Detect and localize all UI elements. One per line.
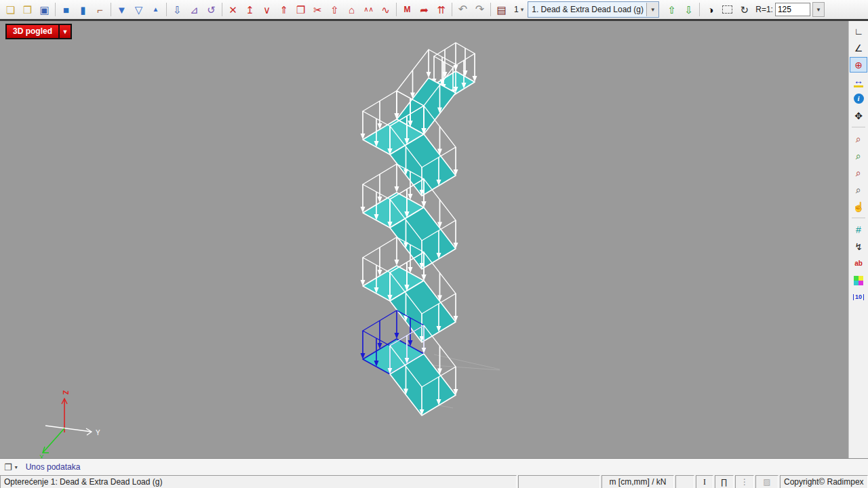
lift-load-icon: ⇧: [330, 5, 339, 15]
toolbar-left-group: ❏❒▣■▮⌐▼▽▲⇩⊿↺✕↥∨⇑❐✂⇧⌂∧∧∿M➦⇈↶↷▤: [2, 1, 510, 18]
block-load-icon: ⇑: [279, 5, 288, 15]
command-windows-icon[interactable]: ❐: [4, 462, 12, 472]
fixed-support-button[interactable]: ▼: [113, 1, 130, 18]
axis-y-label: Y: [96, 429, 100, 436]
beam-button[interactable]: ⌐: [92, 1, 108, 18]
roof-load-button[interactable]: ⌂: [343, 1, 360, 18]
pan-button[interactable]: ☝: [850, 199, 867, 214]
text-labels-button[interactable]: ab: [850, 256, 867, 271]
block-load-button[interactable]: ⇑: [275, 1, 292, 18]
dimension-lines-button[interactable]: 10: [850, 289, 867, 305]
zoom-window-icon: ⌕: [856, 185, 861, 195]
scale-caret-icon[interactable]: ▼: [812, 2, 825, 17]
polyline-select-button[interactable]: ↯: [850, 239, 867, 254]
measure-distance-button[interactable]: ↔: [850, 74, 867, 89]
raise-load-button[interactable]: ↥: [241, 1, 258, 18]
zoom-extents-icon: ⌕: [856, 134, 861, 144]
roof-load-icon: ⌂: [349, 5, 355, 15]
status-message-cell: Opterećenje 1: Dead & Extra Dead Load (g…: [0, 475, 517, 488]
copy-to-level-button[interactable]: ➦: [416, 1, 433, 18]
delete-load-button[interactable]: ✕: [224, 1, 241, 18]
selection-window-icon: [722, 5, 732, 14]
insert-load-icon: ∨: [263, 5, 271, 15]
axis-x-label: X: [39, 454, 44, 458]
move-view-button[interactable]: ✥: [850, 108, 867, 123]
cut-load-button[interactable]: ✂: [309, 1, 326, 18]
view-tab-caret-icon[interactable]: ▼: [58, 25, 71, 38]
rotate-view-button[interactable]: ↻: [736, 1, 753, 18]
selection-window-button[interactable]: [719, 1, 736, 18]
status-message: Opterećenje 1: Dead & Extra Dead Load (g…: [4, 477, 162, 487]
redo-button[interactable]: ↷: [471, 1, 488, 18]
prev-load-case-button[interactable]: ⇧: [663, 1, 680, 18]
roller-support-button[interactable]: ▲: [147, 1, 164, 18]
units-cell[interactable]: m [cm,mm] / kN: [601, 475, 674, 488]
zigzag-load-icon: ∿: [381, 5, 390, 15]
info-button[interactable]: i: [850, 91, 867, 106]
sidebar-separator: [852, 218, 865, 218]
command-bar: ❐ ▾ Unos podataka: [0, 458, 868, 475]
zoom-window-button[interactable]: ⌕: [850, 182, 867, 197]
level-widget[interactable]: 1 ▾: [514, 5, 524, 14]
zoom-out-icon: ⌕: [856, 168, 861, 178]
scene-svg[interactable]: ZYX: [0, 21, 848, 458]
fixed-support-icon: ▼: [117, 5, 127, 15]
rotate-load-button[interactable]: ↺: [203, 1, 220, 18]
open-folder-button[interactable]: ❒: [19, 1, 36, 18]
copy-to-level-icon: ➦: [420, 5, 429, 15]
axis-x: [43, 428, 64, 453]
load-case-caret-icon[interactable]: ▼: [646, 3, 658, 16]
measure-distance-icon: ↔: [854, 76, 863, 87]
hatch-mode-cell[interactable]: ▨: [755, 475, 778, 488]
load-case-dropdown[interactable]: 1. Dead & Extra Dead Load (g) ▼: [528, 1, 659, 18]
tables-button[interactable]: ▤: [493, 1, 510, 18]
status-spacer-cell: [518, 475, 600, 488]
toolbar-right-group: ⇧⇩◑↻: [663, 1, 753, 18]
text-labels-icon: ab: [854, 260, 863, 267]
save-button[interactable]: ▣: [36, 1, 53, 18]
command-caret-icon[interactable]: ▾: [15, 464, 18, 470]
new-file-button[interactable]: ❏: [2, 1, 19, 18]
status-bar: Opterećenje 1: Dead & Extra Dead Load (g…: [0, 475, 868, 488]
hatch-mode-icon: ▨: [763, 477, 770, 487]
surface-load-button[interactable]: ⇩: [169, 1, 186, 18]
entity-select-button[interactable]: ⊕: [850, 57, 867, 73]
angle-measure-button[interactable]: ∠: [850, 40, 867, 56]
contrast-button[interactable]: ◑: [702, 1, 719, 18]
copy-load-button[interactable]: ❐: [292, 1, 309, 18]
angle-measure-icon: ∠: [854, 43, 863, 53]
zigzag-load-button[interactable]: ∿: [377, 1, 394, 18]
model-canvas[interactable]: 3D pogled ▼ ZYX: [0, 21, 848, 458]
multi-level-load-button[interactable]: ⇈: [433, 1, 450, 18]
blank-cell: [675, 475, 694, 488]
axis-y: [45, 426, 92, 432]
undo-button[interactable]: ↶: [454, 1, 471, 18]
numbering-icon: #: [856, 225, 861, 235]
moment-load-button[interactable]: M: [399, 1, 416, 18]
double-roof-load-button[interactable]: ∧∧: [360, 1, 377, 18]
beam-mode-cell[interactable]: I: [696, 475, 713, 488]
pinned-support-button[interactable]: ▽: [130, 1, 147, 18]
insert-load-button[interactable]: ∨: [258, 1, 275, 18]
section-mode-cell[interactable]: ∏: [715, 475, 734, 488]
level-caret-icon[interactable]: ▾: [521, 6, 524, 13]
coord-system-button[interactable]: ∟: [850, 23, 867, 39]
zoom-out-button[interactable]: ⌕: [850, 165, 867, 180]
move-view-icon: ✥: [854, 111, 863, 121]
load-arrow-head: [395, 333, 399, 339]
scale-input[interactable]: [775, 3, 810, 16]
view-tab[interactable]: 3D pogled ▼: [5, 24, 72, 39]
numbering-button[interactable]: #: [850, 222, 867, 237]
plate-button[interactable]: ■: [58, 1, 75, 18]
redo-icon: ↷: [475, 4, 484, 15]
dots-mode-cell[interactable]: ⋮: [735, 475, 754, 488]
lift-load-button[interactable]: ⇧: [326, 1, 343, 18]
area-load-button[interactable]: ⊿: [186, 1, 203, 18]
save-icon: ▣: [39, 5, 49, 15]
next-load-case-button[interactable]: ⇩: [680, 1, 697, 18]
wall-button[interactable]: ▮: [75, 1, 92, 18]
new-file-icon: ❏: [6, 5, 15, 15]
zoom-in-button[interactable]: ⌕: [850, 148, 867, 163]
zoom-extents-button[interactable]: ⌕: [850, 131, 867, 146]
color-palette-button[interactable]: [850, 272, 867, 288]
